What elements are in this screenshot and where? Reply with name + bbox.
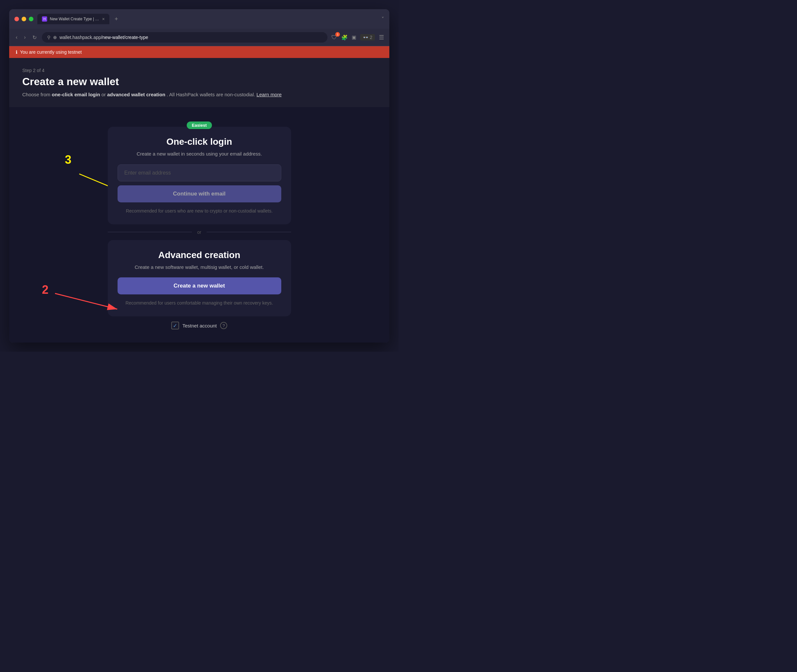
annotation-2: 2 <box>42 283 48 297</box>
reload-button[interactable]: ↻ <box>31 33 38 42</box>
page-subtitle: Choose from one-click email login or adv… <box>22 92 376 97</box>
testnet-info-icon: ℹ <box>16 50 18 55</box>
forward-button[interactable]: › <box>22 33 27 42</box>
nav-icons: 🛡 1 🧩 ▣ 👓 2 ☰ <box>331 34 384 41</box>
tracking-icon: ⊕ <box>53 35 57 40</box>
reader-count: 👓 2 <box>360 34 375 41</box>
advanced-title: Advanced creation <box>118 250 281 260</box>
testnet-banner-text: You are currently using testnet <box>20 50 82 55</box>
title-bar: H New Wallet Create Type | Has × + ˅ <box>9 9 389 29</box>
reader-mode-icon[interactable]: ▣ <box>352 34 356 40</box>
divider: or <box>108 230 291 235</box>
nav-bar: ‹ › ↻ ⚲ ⊕ wallet.hashpack.app/new-wallet… <box>9 29 389 46</box>
subtitle-bold2: advanced wallet creation <box>107 92 165 97</box>
browser-window: H New Wallet Create Type | Has × + ˅ ‹ ›… <box>9 9 389 342</box>
advanced-description: Create a new software wallet, multisig w… <box>118 264 281 271</box>
one-click-title: One-click login <box>118 136 281 147</box>
brave-shield-wrapper: 🛡 1 <box>331 34 337 41</box>
learn-more-link[interactable]: Learn more <box>256 92 282 97</box>
advanced-recommendation: Recommended for users comfortable managi… <box>118 300 281 307</box>
annotation-3: 3 <box>65 153 71 167</box>
testnet-checkbox[interactable]: ✓ <box>171 322 179 330</box>
testnet-banner: ℹ You are currently using testnet <box>9 46 389 58</box>
minimize-button[interactable] <box>22 17 26 21</box>
annotation-2-arrow <box>52 287 124 313</box>
email-input[interactable] <box>118 165 281 181</box>
create-new-wallet-button[interactable]: Create a new wallet <box>118 277 281 294</box>
svg-line-3 <box>55 293 117 309</box>
testnet-row: ✓ Testnet account ? <box>171 322 227 330</box>
extensions-icon[interactable]: 🧩 <box>341 34 348 41</box>
one-click-card: Easiest One-click login Create a new wal… <box>108 127 291 224</box>
address-bar[interactable]: ⚲ ⊕ wallet.hashpack.app/new-wallet/creat… <box>42 32 328 43</box>
url-text: wallet.hashpack.app/new-wallet/create-ty… <box>59 35 148 40</box>
step-label: Step 2 of 4 <box>22 68 376 73</box>
page-title: Create a new wallet <box>22 76 376 88</box>
one-click-recommendation: Recommended for users who are new to cry… <box>118 208 281 214</box>
testnet-label: Testnet account <box>182 323 217 328</box>
tab-close-button[interactable]: × <box>102 16 105 22</box>
main-content: 3 Easiest One-click login Create a new w… <box>9 107 389 342</box>
easiest-badge: Easiest <box>187 122 212 129</box>
new-tab-button[interactable]: + <box>112 14 121 24</box>
brave-badge: 1 <box>335 32 340 37</box>
divider-text: or <box>197 230 201 235</box>
advanced-card: Advanced creation Create a new software … <box>108 240 291 317</box>
subtitle-before: Choose from <box>22 92 52 97</box>
back-button[interactable]: ‹ <box>14 33 19 42</box>
tab-favicon: H <box>42 16 47 22</box>
active-tab[interactable]: H New Wallet Create Type | Has × <box>37 14 109 24</box>
tab-bar: H New Wallet Create Type | Has × + <box>37 14 378 24</box>
subtitle-bold1: one-click email login <box>52 92 100 97</box>
testnet-help-icon[interactable]: ? <box>220 322 227 329</box>
traffic-lights <box>14 17 34 21</box>
fullscreen-button[interactable] <box>29 17 34 21</box>
tab-label: New Wallet Create Type | Has <box>50 17 99 21</box>
secure-icon: ⚲ <box>47 35 50 40</box>
close-button[interactable] <box>14 17 19 21</box>
menu-icon[interactable]: ☰ <box>379 34 384 41</box>
continue-with-email-button[interactable]: Continue with email <box>118 186 281 202</box>
one-click-description: Create a new wallet in seconds using you… <box>118 150 281 158</box>
subtitle-after: . All HashPack wallets are non-custodial… <box>166 92 255 97</box>
chevron-down-icon[interactable]: ˅ <box>381 16 384 22</box>
subtitle-middle: or <box>101 92 107 97</box>
page-header: Step 2 of 4 Create a new wallet Choose f… <box>9 58 389 107</box>
